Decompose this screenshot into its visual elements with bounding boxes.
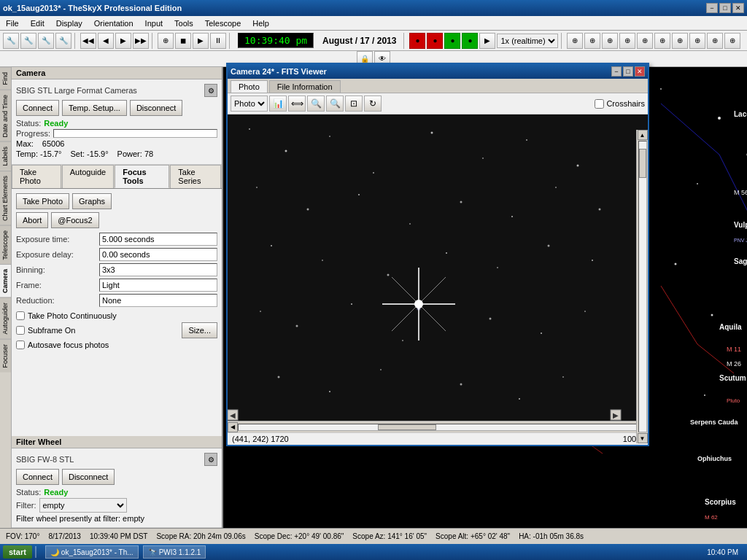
- start-button[interactable]: start: [3, 545, 32, 559]
- exp-time-value[interactable]: 5.000 seconds: [99, 233, 217, 246]
- taskbar-item-skyX[interactable]: 🌙 ok_15aug2013* - Th...: [45, 545, 139, 559]
- side-tab-camera[interactable]: Camera: [0, 264, 11, 298]
- fits-close-btn[interactable]: ✕: [635, 66, 645, 77]
- menu-orientation[interactable]: Orientation: [91, 18, 136, 29]
- extra-btn-8[interactable]: ⊕: [689, 33, 705, 49]
- tab-take-photo[interactable]: Take Photo: [12, 165, 61, 188]
- menu-tools[interactable]: Tools: [171, 18, 196, 29]
- side-tab-labels[interactable]: Labels: [0, 141, 11, 171]
- color-dot-3[interactable]: ●: [444, 33, 460, 49]
- fits-zoom-out-btn[interactable]: 🔍: [326, 96, 344, 112]
- tab-take-series[interactable]: Take Series: [170, 165, 221, 188]
- binning-value[interactable]: 3x3: [99, 263, 217, 276]
- reduction-value[interactable]: None: [99, 294, 217, 307]
- vscroll-down[interactable]: ▼: [638, 433, 648, 443]
- toolbar-btn-2[interactable]: 🔧: [20, 33, 36, 49]
- extra-btn-4[interactable]: ⊕: [619, 33, 635, 49]
- filter-select-row: Filter: empty: [16, 498, 217, 513]
- camera-disconnect-button[interactable]: Disconnect: [130, 100, 182, 116]
- toolbar-btn-3[interactable]: 🔧: [38, 33, 54, 49]
- extra-btn-2[interactable]: ⊕: [584, 33, 600, 49]
- extra-btn-9[interactable]: ⊕: [707, 33, 723, 49]
- side-tab-datetime[interactable]: Date and Time: [0, 90, 11, 142]
- vscroll-thumb[interactable]: [639, 149, 646, 178]
- extra-btn-3[interactable]: ⊕: [602, 33, 618, 49]
- graphs-button[interactable]: Graphs: [72, 193, 112, 209]
- nav-btn-1[interactable]: ◀◀: [80, 33, 96, 49]
- exp-time-label: Exposure time:: [16, 233, 96, 246]
- fits-zoom-in-btn[interactable]: 🔍: [307, 96, 325, 112]
- abort-button[interactable]: Abort: [16, 212, 48, 228]
- camera-temp-setup-button[interactable]: Temp. Setup...: [62, 100, 127, 116]
- color-dot-1[interactable]: ●: [409, 33, 425, 49]
- extra-btn-10[interactable]: ⊕: [724, 33, 740, 49]
- vscroll-up[interactable]: ▲: [638, 130, 648, 140]
- toolbar-btn-1[interactable]: 🔧: [3, 33, 19, 49]
- menu-file[interactable]: File: [3, 18, 22, 29]
- svg-point-81: [511, 216, 513, 217]
- fits-fit-btn[interactable]: ⊡: [345, 96, 363, 112]
- tab-autoguide[interactable]: Autoguide: [62, 165, 115, 188]
- filter-connect-button[interactable]: Connect: [16, 469, 59, 485]
- camera-settings-gear[interactable]: ⚙: [204, 84, 217, 97]
- filter-disconnect-button[interactable]: Disconnect: [62, 469, 115, 485]
- extra-btn-6[interactable]: ⊕: [654, 33, 670, 49]
- fits-rotate-btn[interactable]: ↻: [364, 96, 382, 112]
- fits-view-select[interactable]: Photo: [231, 96, 268, 112]
- filter-settings-gear[interactable]: ⚙: [204, 453, 217, 466]
- menu-display[interactable]: Display: [53, 18, 85, 29]
- extra-btn-7[interactable]: ⊕: [672, 33, 688, 49]
- toolbar-btn-4[interactable]: 🔧: [55, 33, 71, 49]
- minimize-button[interactable]: −: [706, 3, 718, 13]
- exp-delay-value[interactable]: 0.00 seconds: [99, 248, 217, 261]
- camera-connect-button[interactable]: Connect: [16, 100, 59, 116]
- filter-select[interactable]: empty: [39, 498, 127, 513]
- size-button[interactable]: Size...: [182, 322, 217, 338]
- menu-edit[interactable]: Edit: [28, 18, 47, 29]
- fits-vscrollbar[interactable]: ▲ ▼: [636, 130, 648, 443]
- fits-hscrollbar[interactable]: ◀ ▶: [228, 421, 648, 432]
- nav-btn-4[interactable]: ▶▶: [133, 33, 149, 49]
- subframe-checkbox[interactable]: [16, 326, 25, 335]
- speed-select[interactable]: 1x (realtime): [497, 34, 558, 48]
- close-button[interactable]: ✕: [732, 3, 744, 13]
- menu-input[interactable]: Input: [142, 18, 166, 29]
- extra-btn-5[interactable]: ⊕: [637, 33, 653, 49]
- side-tab-telescope[interactable]: Telescope: [0, 225, 11, 265]
- side-tab-find[interactable]: Find: [0, 67, 11, 90]
- frame-value[interactable]: Light: [99, 279, 217, 292]
- focus2-button[interactable]: @Focus2: [51, 212, 98, 228]
- mode-btn-4[interactable]: ⏸: [210, 33, 226, 49]
- side-tab-chart[interactable]: Chart Elements: [0, 171, 11, 225]
- hscroll-thumb[interactable]: [378, 424, 436, 430]
- nav-btn-2[interactable]: ◀: [98, 33, 114, 49]
- maximize-button[interactable]: □: [719, 3, 731, 13]
- extra-btn-1[interactable]: ⊕: [567, 33, 583, 49]
- color-dot-2[interactable]: ●: [427, 33, 443, 49]
- nav-btn-3[interactable]: ▶: [115, 33, 131, 49]
- fits-tab-photo[interactable]: Photo: [231, 80, 268, 93]
- mode-btn-1[interactable]: ⊕: [158, 33, 174, 49]
- fits-maximize-btn[interactable]: □: [623, 66, 633, 77]
- fits-minimize-btn[interactable]: −: [611, 66, 622, 77]
- continuous-checkbox[interactable]: [16, 311, 25, 320]
- svg-point-72: [431, 132, 433, 134]
- fits-histogram-btn[interactable]: 📊: [269, 96, 287, 112]
- side-tab-focuser[interactable]: Focuser: [0, 339, 11, 373]
- play-btn[interactable]: ▶: [479, 33, 495, 49]
- fits-tab-fileinfo[interactable]: File Information: [269, 80, 341, 93]
- side-tab-autoguider[interactable]: Autoguider: [0, 298, 11, 339]
- crosshairs-checkbox[interactable]: [595, 99, 604, 109]
- menu-telescope[interactable]: Telescope: [202, 18, 244, 29]
- autosave-checkbox[interactable]: [16, 341, 25, 349]
- menu-help[interactable]: Help: [249, 18, 272, 29]
- tab-focus-tools[interactable]: Focus Tools: [115, 165, 169, 188]
- fits-stretch-btn[interactable]: ⟺: [288, 96, 306, 112]
- svg-text:M 11: M 11: [727, 346, 741, 353]
- mode-btn-3[interactable]: ▶: [193, 33, 209, 49]
- color-dot-4[interactable]: ●: [462, 33, 478, 49]
- hscroll-left[interactable]: ◀: [228, 422, 238, 432]
- take-photo-button[interactable]: Take Photo: [16, 193, 69, 209]
- taskbar-item-pwi[interactable]: 🔭 PWI3 1.1.2.1: [143, 545, 206, 559]
- mode-btn-2[interactable]: ◼: [175, 33, 191, 49]
